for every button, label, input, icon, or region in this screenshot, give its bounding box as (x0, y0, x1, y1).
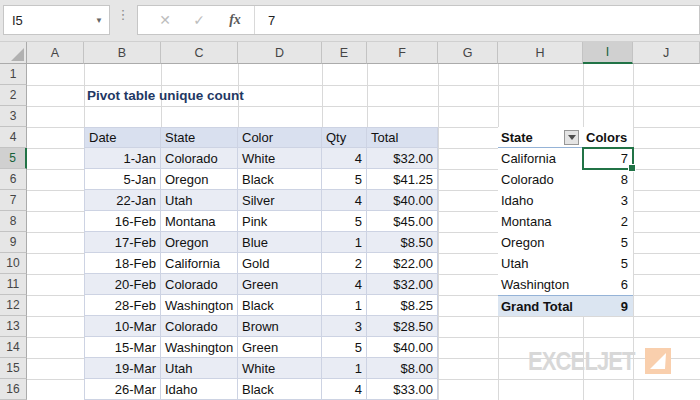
cell[interactable]: $8.25 (367, 295, 438, 316)
cell[interactable]: $40.00 (367, 190, 438, 211)
row-header-9[interactable]: 9 (0, 232, 27, 253)
cell[interactable]: Washington (161, 295, 238, 316)
row-header-16[interactable]: 16 (0, 379, 27, 400)
cell[interactable]: Oregon (161, 169, 238, 190)
cell[interactable]: Colorado (161, 316, 238, 337)
cell[interactable]: 1-Jan (84, 148, 161, 169)
cell[interactable]: $45.00 (367, 211, 438, 232)
cell[interactable]: 15-Mar (84, 337, 161, 358)
pivot-row-value[interactable]: 8 (583, 169, 633, 190)
cell[interactable]: 16-Feb (84, 211, 161, 232)
cell[interactable]: Black (238, 295, 322, 316)
row-header-2[interactable]: 2 (0, 85, 27, 106)
cell[interactable]: Washington (161, 337, 238, 358)
cell[interactable]: White (238, 358, 322, 379)
row-header-6[interactable]: 6 (0, 169, 27, 190)
cell[interactable]: 20-Feb (84, 274, 161, 295)
cell[interactable]: Colorado (161, 274, 238, 295)
row-header-7[interactable]: 7 (0, 190, 27, 211)
cell[interactable]: $8.00 (367, 358, 438, 379)
column-header-B[interactable]: B (84, 42, 161, 64)
cell[interactable]: Colorado (161, 148, 238, 169)
cell[interactable]: 18-Feb (84, 253, 161, 274)
cell[interactable]: Silver (238, 190, 322, 211)
cell[interactable]: 28-Feb (84, 295, 161, 316)
cell[interactable]: 17-Feb (84, 232, 161, 253)
column-header-D[interactable]: D (238, 42, 322, 64)
cell[interactable]: Gold (238, 253, 322, 274)
pivot-filter-dropdown[interactable] (564, 130, 579, 145)
row-header-4[interactable]: 4 (0, 127, 27, 148)
cell[interactable]: $8.50 (367, 232, 438, 253)
row-header-3[interactable]: 3 (0, 106, 27, 127)
cell[interactable]: 5 (322, 337, 367, 358)
row-header-14[interactable]: 14 (0, 337, 27, 358)
pivot-header-colors[interactable]: Colors (583, 127, 633, 148)
pivot-grand-total-value[interactable]: 9 (583, 295, 633, 316)
row-header-10[interactable]: 10 (0, 253, 27, 274)
cell[interactable]: Utah (161, 358, 238, 379)
cell[interactable]: 5 (322, 169, 367, 190)
cell[interactable]: Green (238, 274, 322, 295)
pivot-row-value[interactable]: 6 (583, 274, 633, 295)
data-table-header-total[interactable]: Total (367, 127, 438, 148)
pivot-row-label[interactable]: Utah (498, 253, 583, 274)
name-box-dropdown-icon[interactable]: ▼ (95, 16, 103, 25)
formula-input[interactable]: 7 (255, 13, 275, 28)
pivot-row-label[interactable]: California (498, 148, 583, 169)
cell[interactable]: 2 (322, 253, 367, 274)
select-all-corner[interactable] (0, 42, 27, 64)
cell[interactable]: 1 (322, 358, 367, 379)
cell[interactable]: Blue (238, 232, 322, 253)
insert-function-icon[interactable]: fx (216, 12, 254, 28)
cell[interactable]: 1 (322, 295, 367, 316)
pivot-row-label[interactable]: Montana (498, 211, 583, 232)
cell[interactable]: 4 (322, 379, 367, 400)
cell[interactable]: Utah (161, 190, 238, 211)
column-header-I[interactable]: I (583, 42, 633, 64)
cell[interactable]: 4 (322, 274, 367, 295)
cell[interactable]: Black (238, 379, 322, 400)
column-header-C[interactable]: C (161, 42, 238, 64)
data-table-header-qty[interactable]: Qty (322, 127, 367, 148)
cell[interactable]: $41.25 (367, 169, 438, 190)
cell[interactable]: 1 (322, 232, 367, 253)
pivot-row-value[interactable]: 5 (583, 232, 633, 253)
column-header-J[interactable]: J (633, 42, 700, 64)
cell[interactable]: 26-Mar (84, 379, 161, 400)
cell[interactable]: 4 (322, 148, 367, 169)
cell[interactable]: $40.00 (367, 337, 438, 358)
cell[interactable]: $33.00 (367, 379, 438, 400)
cell[interactable]: 19-Mar (84, 358, 161, 379)
row-header-8[interactable]: 8 (0, 211, 27, 232)
name-box[interactable]: I5 ▼ (3, 5, 110, 35)
cell[interactable]: California (161, 253, 238, 274)
cell[interactable]: White (238, 148, 322, 169)
cell[interactable]: Black (238, 169, 322, 190)
pivot-row-value[interactable]: 7 (583, 148, 633, 169)
cell[interactable]: Idaho (161, 379, 238, 400)
row-header-12[interactable]: 12 (0, 295, 27, 316)
data-table-header-color[interactable]: Color (238, 127, 322, 148)
cell[interactable]: Pink (238, 211, 322, 232)
row-header-13[interactable]: 13 (0, 316, 27, 337)
cell[interactable]: Green (238, 337, 322, 358)
cell[interactable]: 22-Jan (84, 190, 161, 211)
cell[interactable]: Montana (161, 211, 238, 232)
cell[interactable]: 5-Jan (84, 169, 161, 190)
cell[interactable]: 10-Mar (84, 316, 161, 337)
cell[interactable]: 3 (322, 316, 367, 337)
cell[interactable]: 5 (322, 211, 367, 232)
pivot-row-label[interactable]: Washington (498, 274, 583, 295)
cell[interactable]: 4 (322, 190, 367, 211)
pivot-row-value[interactable]: 5 (583, 253, 633, 274)
cancel-icon[interactable]: ✕ (148, 12, 182, 28)
fill-handle[interactable] (628, 164, 636, 172)
column-header-G[interactable]: G (438, 42, 498, 64)
column-header-H[interactable]: H (498, 42, 583, 64)
row-header-1[interactable]: 1 (0, 64, 27, 85)
enter-icon[interactable]: ✓ (182, 12, 216, 28)
cell[interactable]: $32.00 (367, 274, 438, 295)
row-header-15[interactable]: 15 (0, 358, 27, 379)
cell[interactable]: Brown (238, 316, 322, 337)
